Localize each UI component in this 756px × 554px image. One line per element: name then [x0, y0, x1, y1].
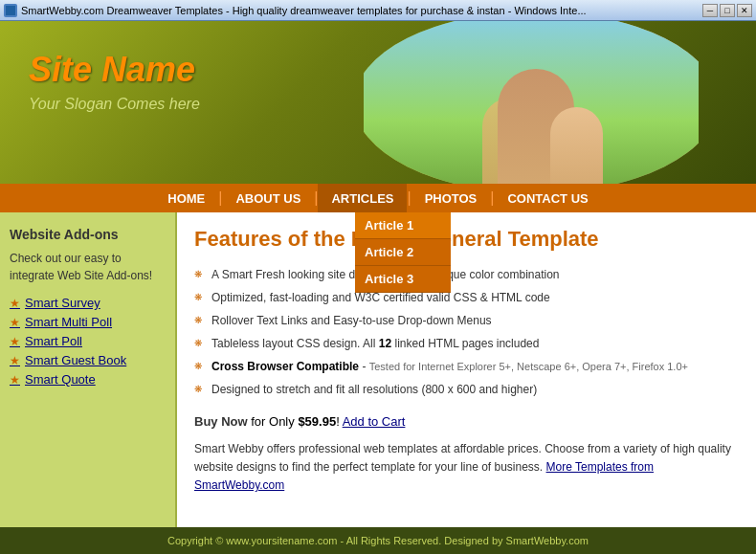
star-icon-1: ★	[10, 297, 20, 310]
nav-about[interactable]: ABOUT US	[222, 184, 314, 212]
price-label: $59.95	[298, 414, 336, 429]
person-child2	[550, 107, 603, 184]
window-title: SmartWebby.com Dreamweaver Templates - H…	[21, 5, 702, 16]
content-area: Features of the Family/General Template …	[177, 212, 756, 527]
star-icon-3: ★	[10, 335, 20, 348]
dropdown-article3[interactable]: Article 3	[355, 266, 451, 293]
dropdown-article1[interactable]: Article 1	[355, 212, 451, 239]
sidebar-link-label-4: Smart Guest Book	[25, 353, 126, 367]
feature-number-12: 12	[379, 337, 391, 350]
sidebar-title: Website Add-ons	[10, 227, 166, 242]
app-icon	[4, 4, 17, 17]
site-name: Site Name	[29, 50, 195, 90]
sidebar-item-smart-quote[interactable]: ★ Smart Quote	[10, 372, 166, 387]
add-to-cart-link[interactable]: Add to Cart	[343, 414, 406, 429]
footer-text: Copyright © www.yoursitename.com - All R…	[167, 535, 589, 546]
buy-section: Buy Now for Only $59.95! Add to Cart	[194, 414, 739, 429]
title-bar: SmartWebby.com Dreamweaver Templates - H…	[0, 0, 756, 21]
star-icon-4: ★	[10, 354, 20, 367]
nav-home[interactable]: HOME	[154, 184, 218, 212]
sidebar-link-label-2: Smart Multi Poll	[25, 315, 112, 329]
buy-text: for Only	[251, 414, 298, 429]
sidebar-item-smart-survey[interactable]: ★ Smart Survey	[10, 296, 166, 310]
site-slogan: Your Slogan Comes here	[29, 96, 200, 113]
nav-contact[interactable]: CONTACT US	[494, 184, 601, 212]
sidebar-link-label-3: Smart Poll	[25, 334, 82, 348]
star-icon-2: ★	[10, 316, 20, 329]
feature-item-5: Cross Browser Compatible - Tested for In…	[194, 355, 739, 378]
content-title: Features of the Family/General Template	[194, 227, 739, 252]
sidebar-item-smart-poll[interactable]: ★ Smart Poll	[10, 334, 166, 348]
sidebar: Website Add-ons Check out our easy to in…	[0, 212, 177, 527]
features-list: A Smart Fresh looking site designed with…	[194, 263, 739, 401]
cross-browser-label: Cross Browser Compatible	[211, 360, 359, 373]
sidebar-item-smart-multi-poll[interactable]: ★ Smart Multi Poll	[10, 315, 166, 329]
close-button[interactable]: ✕	[737, 4, 752, 17]
tested-text: Tested for Internet Explorer 5+, Netscap…	[369, 361, 688, 372]
star-icon-5: ★	[10, 373, 20, 387]
photo-oval	[364, 21, 699, 184]
feature-item-6: Designed to stretch and fit all resoluti…	[194, 378, 739, 401]
navigation-bar: HOME | ABOUT US | ARTICLES | PHOTOS | CO…	[0, 184, 756, 212]
feature-item-3: Rollover Text Links and Easy-to-use Drop…	[194, 309, 739, 332]
nav-articles[interactable]: ARTICLES	[318, 184, 407, 212]
minimize-button[interactable]: ─	[702, 4, 718, 17]
restore-button[interactable]: □	[720, 4, 735, 17]
sidebar-link-label-5: Smart Quote	[25, 372, 96, 387]
sidebar-description: Check out our easy to integrate Web Site…	[10, 250, 166, 284]
header-photo-area	[364, 21, 699, 184]
sidebar-item-smart-guest-book[interactable]: ★ Smart Guest Book	[10, 353, 166, 367]
sidebar-link-label-1: Smart Survey	[25, 296, 100, 310]
svg-rect-0	[6, 6, 15, 15]
feature-item-1: A Smart Fresh looking site designed with…	[194, 263, 739, 286]
window-controls: ─ □ ✕	[702, 4, 752, 17]
buy-now-label: Buy Now	[194, 414, 248, 429]
feature-item-4: Tableless layout CSS design. All 12 link…	[194, 332, 739, 355]
articles-dropdown: Article 1 Article 2 Article 3	[355, 212, 451, 293]
photo-people	[402, 31, 670, 184]
description-text: Smart Webby offers professional web temp…	[194, 440, 739, 496]
site-header: Site Name Your Slogan Comes here	[0, 21, 756, 184]
site-footer: Copyright © www.yoursitename.com - All R…	[0, 527, 756, 554]
feature-item-2: Optimized, fast-loading and W3C certifie…	[194, 286, 739, 309]
dropdown-article2[interactable]: Article 2	[355, 239, 451, 266]
buy-suffix: !	[336, 414, 340, 429]
nav-photos[interactable]: PHOTOS	[411, 184, 491, 212]
